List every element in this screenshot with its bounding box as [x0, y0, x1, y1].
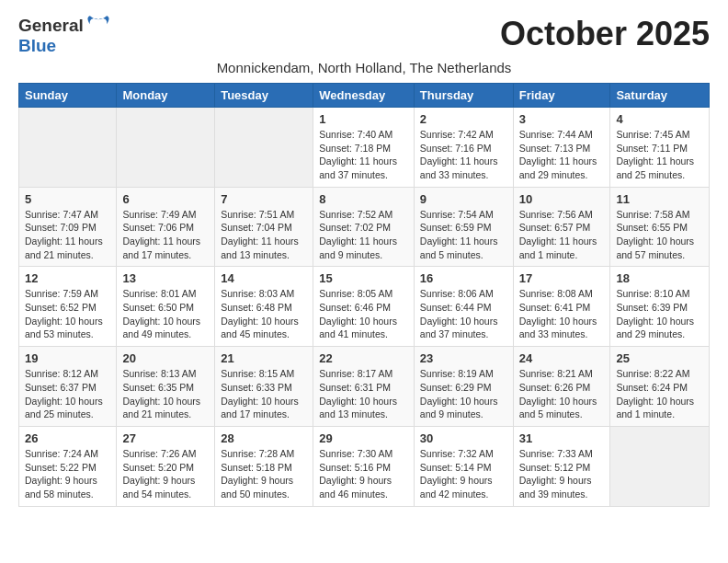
header-monday: Monday [117, 83, 215, 107]
table-row: 6Sunrise: 7:49 AMSunset: 7:06 PMDaylight… [117, 187, 215, 267]
table-row [610, 426, 710, 506]
table-row: 23Sunrise: 8:19 AMSunset: 6:29 PMDayligh… [414, 347, 513, 427]
day-number: 28 [221, 431, 307, 445]
day-number: 14 [221, 271, 307, 285]
calendar-week-row: 26Sunrise: 7:24 AMSunset: 5:22 PMDayligh… [19, 426, 710, 506]
day-number: 23 [420, 351, 507, 365]
day-info: Sunrise: 8:06 AMSunset: 6:44 PMDaylight:… [420, 287, 507, 341]
day-number: 17 [519, 271, 605, 285]
calendar-week-row: 1Sunrise: 7:40 AMSunset: 7:18 PMDaylight… [19, 107, 710, 187]
header: General Blue October 2025 [18, 15, 710, 56]
table-row: 31Sunrise: 7:33 AMSunset: 5:12 PMDayligh… [513, 426, 610, 506]
table-row: 22Sunrise: 8:17 AMSunset: 6:31 PMDayligh… [313, 347, 415, 427]
table-row: 15Sunrise: 8:05 AMSunset: 6:46 PMDayligh… [313, 267, 415, 347]
day-number: 31 [519, 431, 605, 445]
calendar-week-row: 12Sunrise: 7:59 AMSunset: 6:52 PMDayligh… [19, 267, 710, 347]
day-number: 24 [519, 351, 605, 365]
day-info: Sunrise: 8:21 AMSunset: 6:26 PMDaylight:… [519, 367, 605, 421]
day-info: Sunrise: 8:05 AMSunset: 6:46 PMDaylight:… [319, 287, 408, 341]
day-info: Sunrise: 8:13 AMSunset: 6:35 PMDaylight:… [122, 367, 209, 421]
table-row: 5Sunrise: 7:47 AMSunset: 7:09 PMDaylight… [19, 187, 117, 267]
table-row: 16Sunrise: 8:06 AMSunset: 6:44 PMDayligh… [414, 267, 513, 347]
table-row: 2Sunrise: 7:42 AMSunset: 7:16 PMDaylight… [414, 107, 513, 187]
day-info: Sunrise: 7:28 AMSunset: 5:18 PMDaylight:… [221, 447, 307, 501]
calendar-week-row: 5Sunrise: 7:47 AMSunset: 7:09 PMDaylight… [19, 187, 710, 267]
day-number: 18 [616, 271, 703, 285]
day-number: 6 [122, 192, 209, 206]
day-number: 13 [122, 271, 209, 285]
table-row: 30Sunrise: 7:32 AMSunset: 5:14 PMDayligh… [414, 426, 513, 506]
table-row: 12Sunrise: 7:59 AMSunset: 6:52 PMDayligh… [19, 267, 117, 347]
day-number: 1 [319, 112, 408, 126]
day-info: Sunrise: 8:22 AMSunset: 6:24 PMDaylight:… [616, 367, 703, 421]
table-row: 27Sunrise: 7:26 AMSunset: 5:20 PMDayligh… [117, 426, 215, 506]
day-info: Sunrise: 8:10 AMSunset: 6:39 PMDaylight:… [616, 287, 703, 341]
table-row: 17Sunrise: 8:08 AMSunset: 6:41 PMDayligh… [513, 267, 610, 347]
day-info: Sunrise: 8:17 AMSunset: 6:31 PMDaylight:… [319, 367, 408, 421]
day-number: 29 [319, 431, 408, 445]
table-row: 14Sunrise: 8:03 AMSunset: 6:48 PMDayligh… [215, 267, 313, 347]
table-row: 11Sunrise: 7:58 AMSunset: 6:55 PMDayligh… [610, 187, 710, 267]
day-info: Sunrise: 7:44 AMSunset: 7:13 PMDaylight:… [519, 128, 605, 182]
logo-bird-icon [86, 15, 110, 35]
day-info: Sunrise: 7:54 AMSunset: 6:59 PMDaylight:… [420, 208, 507, 262]
day-number: 10 [519, 192, 605, 206]
header-sunday: Sunday [19, 83, 117, 107]
day-number: 4 [616, 112, 703, 126]
day-number: 19 [25, 351, 110, 365]
table-row: 1Sunrise: 7:40 AMSunset: 7:18 PMDaylight… [313, 107, 415, 187]
table-row [215, 107, 313, 187]
table-row: 24Sunrise: 8:21 AMSunset: 6:26 PMDayligh… [513, 347, 610, 427]
table-row: 26Sunrise: 7:24 AMSunset: 5:22 PMDayligh… [19, 426, 117, 506]
day-number: 3 [519, 112, 605, 126]
table-row: 13Sunrise: 8:01 AMSunset: 6:50 PMDayligh… [117, 267, 215, 347]
table-row: 9Sunrise: 7:54 AMSunset: 6:59 PMDaylight… [414, 187, 513, 267]
day-number: 2 [420, 112, 507, 126]
header-wednesday: Wednesday [313, 83, 415, 107]
calendar-table: Sunday Monday Tuesday Wednesday Thursday… [18, 83, 710, 507]
table-row: 19Sunrise: 8:12 AMSunset: 6:37 PMDayligh… [19, 347, 117, 427]
table-row [117, 107, 215, 187]
day-info: Sunrise: 7:30 AMSunset: 5:16 PMDaylight:… [319, 447, 408, 501]
day-number: 12 [25, 271, 110, 285]
day-info: Sunrise: 8:03 AMSunset: 6:48 PMDaylight:… [221, 287, 307, 341]
day-number: 7 [221, 192, 307, 206]
header-saturday: Saturday [610, 83, 710, 107]
day-info: Sunrise: 7:56 AMSunset: 6:57 PMDaylight:… [519, 208, 605, 262]
day-number: 27 [122, 431, 209, 445]
logo: General Blue [18, 15, 110, 56]
day-info: Sunrise: 7:52 AMSunset: 7:02 PMDaylight:… [319, 208, 408, 262]
day-number: 11 [616, 192, 703, 206]
header-thursday: Thursday [414, 83, 513, 107]
day-number: 21 [221, 351, 307, 365]
table-row: 10Sunrise: 7:56 AMSunset: 6:57 PMDayligh… [513, 187, 610, 267]
day-info: Sunrise: 7:26 AMSunset: 5:20 PMDaylight:… [122, 447, 209, 501]
day-number: 8 [319, 192, 408, 206]
day-info: Sunrise: 7:24 AMSunset: 5:22 PMDaylight:… [25, 447, 110, 501]
table-row: 21Sunrise: 8:15 AMSunset: 6:33 PMDayligh… [215, 347, 313, 427]
day-info: Sunrise: 7:42 AMSunset: 7:16 PMDaylight:… [420, 128, 507, 182]
day-info: Sunrise: 7:47 AMSunset: 7:09 PMDaylight:… [25, 208, 110, 262]
table-row [19, 107, 117, 187]
calendar-week-row: 19Sunrise: 8:12 AMSunset: 6:37 PMDayligh… [19, 347, 710, 427]
day-info: Sunrise: 8:15 AMSunset: 6:33 PMDaylight:… [221, 367, 307, 421]
page: General Blue October 2025 Monnickendam, … [0, 0, 728, 516]
day-number: 5 [25, 192, 110, 206]
day-info: Sunrise: 7:33 AMSunset: 5:12 PMDaylight:… [519, 447, 605, 501]
day-number: 16 [420, 271, 507, 285]
day-number: 26 [25, 431, 110, 445]
logo-general: General [18, 17, 84, 36]
logo-blue: Blue [18, 37, 56, 56]
location-title: Monnickendam, North Holland, The Netherl… [18, 60, 710, 75]
table-row: 25Sunrise: 8:22 AMSunset: 6:24 PMDayligh… [610, 347, 710, 427]
table-row: 7Sunrise: 7:51 AMSunset: 7:04 PMDaylight… [215, 187, 313, 267]
calendar-header-row: Sunday Monday Tuesday Wednesday Thursday… [19, 83, 710, 107]
day-number: 9 [420, 192, 507, 206]
day-info: Sunrise: 7:45 AMSunset: 7:11 PMDaylight:… [616, 128, 703, 182]
day-info: Sunrise: 8:08 AMSunset: 6:41 PMDaylight:… [519, 287, 605, 341]
day-info: Sunrise: 8:01 AMSunset: 6:50 PMDaylight:… [122, 287, 209, 341]
day-info: Sunrise: 7:51 AMSunset: 7:04 PMDaylight:… [221, 208, 307, 262]
day-number: 25 [616, 351, 703, 365]
header-friday: Friday [513, 83, 610, 107]
table-row: 8Sunrise: 7:52 AMSunset: 7:02 PMDaylight… [313, 187, 415, 267]
